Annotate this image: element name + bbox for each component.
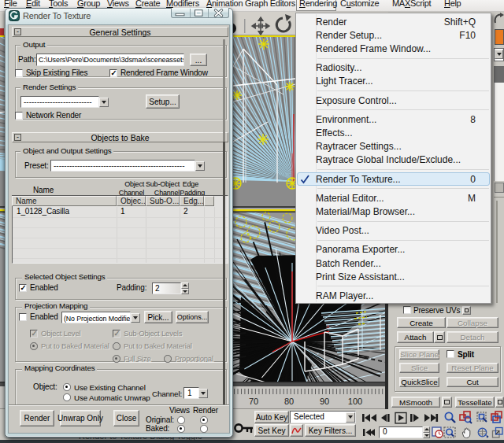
svg-text:80: 80 [284,397,294,406]
svg-text:100: 100 [348,397,362,406]
svg-text:90: 90 [320,397,329,406]
svg-text:70: 70 [249,397,258,406]
